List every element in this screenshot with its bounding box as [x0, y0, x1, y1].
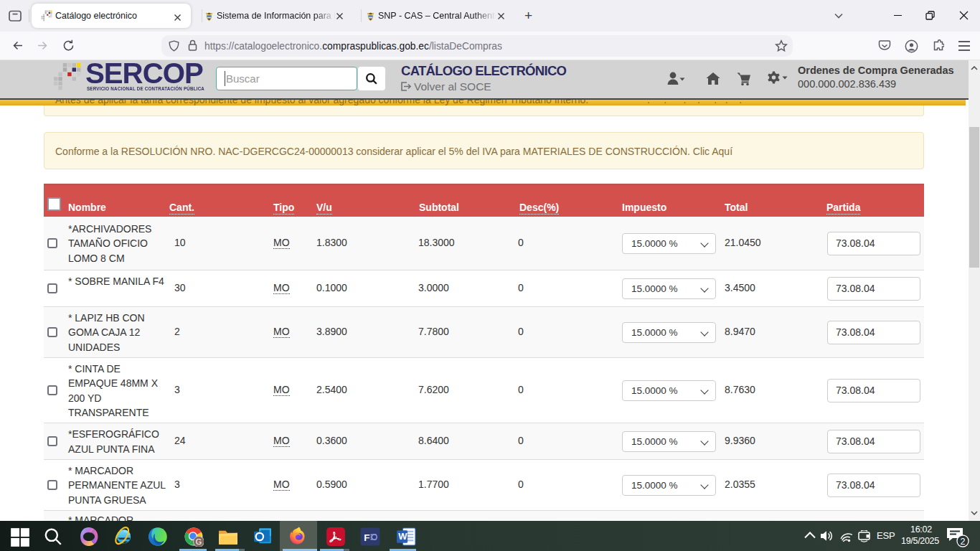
svg-text:2: 2 — [961, 537, 966, 547]
svg-text:F: F — [364, 532, 369, 543]
svg-text:G: G — [196, 537, 202, 546]
svg-text:W: W — [398, 531, 407, 542]
